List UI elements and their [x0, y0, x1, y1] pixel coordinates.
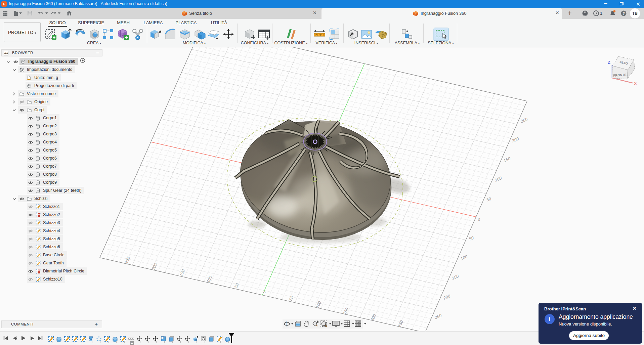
- svg-text:150: 150: [451, 274, 460, 281]
- svg-text:?: ?: [622, 11, 625, 15]
- svg-text:100: 100: [460, 254, 468, 261]
- svg-text:50: 50: [468, 235, 474, 242]
- svg-text:150: 150: [503, 156, 511, 163]
- svg-text:100: 100: [494, 176, 503, 183]
- svg-text:250: 250: [434, 313, 442, 320]
- svg-text:50: 50: [486, 197, 492, 203]
- svg-text:200: 200: [511, 136, 520, 143]
- svg-text:250: 250: [520, 117, 528, 124]
- svg-text:200: 200: [442, 294, 451, 301]
- svg-text:0: 0: [477, 217, 481, 222]
- svg-text:FRONTE: FRONTE: [613, 73, 627, 77]
- svg-text:Z: Z: [608, 60, 610, 65]
- svg-text:X: X: [634, 81, 637, 86]
